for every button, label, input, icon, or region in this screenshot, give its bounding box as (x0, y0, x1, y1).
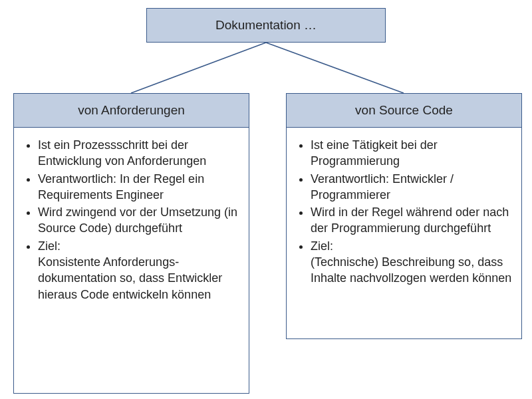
child-body-requirements: Ist ein Prozessschritt bei der Entwicklu… (14, 128, 249, 313)
list-item: Wird in der Regel während oder nach der … (311, 204, 513, 237)
list-item: Ziel: (Technische) Beschreibung so, dass… (311, 238, 513, 287)
list-item: Ist eine Tätigkeit bei der Programmierun… (311, 137, 513, 170)
list-item: Ziel: Konsistente Anforderungs-dokumenta… (38, 238, 241, 303)
child-node-requirements: von Anforderungen Ist ein Prozessschritt… (13, 93, 249, 394)
child-title-sourcecode: von Source Code (355, 103, 453, 117)
child-title-requirements: von Anforderungen (78, 103, 185, 117)
root-title: Dokumentation … (215, 18, 317, 33)
list-item: Ist ein Prozessschritt bei der Entwicklu… (38, 137, 241, 170)
child-header-sourcecode: von Source Code (287, 94, 521, 128)
child-node-sourcecode: von Source Code Ist eine Tätigkeit bei d… (286, 93, 522, 339)
svg-line-1 (266, 43, 404, 93)
list-item: Verantwortlich: Entwickler / Programmier… (311, 171, 513, 203)
requirements-list: Ist ein Prozessschritt bei der Entwicklu… (21, 137, 241, 303)
child-header-requirements: von Anforderungen (14, 94, 249, 128)
child-body-sourcecode: Ist eine Tätigkeit bei der Programmierun… (287, 128, 521, 297)
sourcecode-list: Ist eine Tätigkeit bei der Programmierun… (293, 137, 513, 287)
list-item: Verantwortlich: In der Regel ein Require… (38, 171, 241, 203)
svg-line-0 (131, 43, 266, 93)
list-item: Wird zwingend vor der Umsetzung (in Sour… (38, 204, 241, 237)
root-node: Dokumentation … (146, 8, 386, 43)
